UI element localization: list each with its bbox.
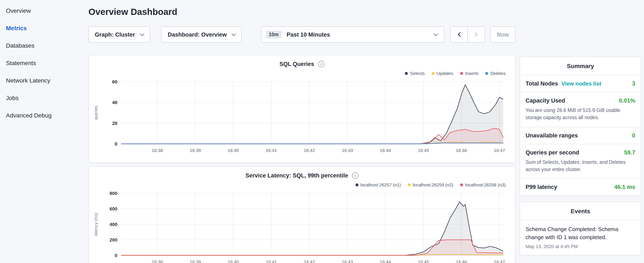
sidebar-item-statements[interactable]: Statements	[0, 55, 88, 72]
legend-label: localhost:26259 (n2)	[413, 182, 453, 187]
chevron-right-icon	[473, 32, 478, 37]
svg-text:16:39: 16:39	[190, 148, 201, 153]
summary-description: Sum of Selects, Updates, Inserts, and De…	[526, 158, 635, 173]
chart-title: Service Latency: SQL, 99th percentile	[245, 172, 348, 179]
dashboard-dropdown[interactable]: Dashboard: Overview	[161, 26, 242, 43]
svg-text:16:38: 16:38	[152, 259, 163, 263]
svg-text:200: 200	[110, 237, 117, 242]
svg-text:16:44: 16:44	[380, 259, 391, 263]
summary-label: Unavailable ranges	[526, 132, 578, 139]
summary-row-p99-latency: P99 latency 46.1 ms	[520, 179, 641, 195]
sidebar-item-databases[interactable]: Databases	[0, 37, 88, 55]
time-back-button[interactable]	[450, 26, 468, 43]
legend-dot-icon	[405, 72, 408, 75]
svg-text:16:43: 16:43	[342, 259, 353, 263]
summary-value: 0.01%	[619, 97, 635, 104]
sidebar-item-metrics[interactable]: Metrics	[0, 20, 88, 37]
legend-item: Selects	[405, 71, 425, 76]
sidebar-item-advanced-debug[interactable]: Advanced Debug	[0, 107, 88, 124]
legend-label: Updates	[437, 71, 453, 76]
svg-text:16:42: 16:42	[304, 148, 315, 153]
chart-title: SQL Queries	[279, 61, 314, 67]
events-panel: Events Schema Change Completed: Schema c…	[520, 202, 641, 255]
svg-text:16:45: 16:45	[418, 259, 429, 263]
legend-dot-icon	[432, 72, 434, 75]
legend-item: Deletes	[486, 71, 506, 76]
time-range-label: Past 10 Minutes	[286, 31, 330, 38]
summary-value: 0	[632, 132, 635, 139]
time-range-dropdown[interactable]: 10m Past 10 Minutes	[261, 26, 444, 43]
legend-label: localhost:26258 (n3)	[465, 182, 506, 187]
svg-text:16:46: 16:46	[456, 259, 467, 263]
summary-value: 59.7	[624, 149, 635, 156]
view-nodes-list-link[interactable]: View nodes list	[562, 80, 601, 87]
graph-dropdown[interactable]: Graph: Cluster	[88, 26, 150, 43]
toolbar: Graph: Cluster Dashboard: Overview 10m P…	[88, 26, 515, 43]
summary-label: Queries per second	[526, 149, 579, 156]
sidebar-item-jobs[interactable]: Jobs	[0, 89, 88, 107]
legend-item: Updates	[432, 71, 453, 76]
svg-text:16:45: 16:45	[418, 148, 429, 153]
svg-text:20: 20	[112, 121, 117, 126]
legend-item: Inserts	[460, 71, 478, 76]
chart-legend: SelectsUpdatesInsertsDeletes	[92, 67, 512, 77]
summary-label: Total Nodes	[526, 80, 558, 87]
app: Overview Metrics Databases Statements Ne…	[0, 0, 644, 263]
summary-row-total-nodes: Total Nodes View nodes list 3	[520, 75, 641, 92]
svg-text:16:39: 16:39	[190, 259, 201, 263]
summary-row-capacity-used: Capacity Used 0.01% You are using 28.6 M…	[520, 92, 641, 127]
time-range-badge: 10m	[266, 31, 282, 38]
event-item: Schema Change Completed: Schema change w…	[520, 220, 641, 255]
svg-text:16:44: 16:44	[380, 148, 391, 153]
svg-text:16:41: 16:41	[266, 148, 277, 153]
summary-description: You are using 28.6 MiB of 515.9 GiB usab…	[526, 107, 635, 122]
svg-text:latency (ms): latency (ms)	[94, 213, 98, 236]
legend-label: Inserts	[465, 71, 478, 76]
chart-legend: localhost:26257 (n1)localhost:26259 (n2)…	[92, 179, 512, 188]
legend-dot-icon	[408, 183, 410, 186]
svg-text:16:38: 16:38	[152, 148, 163, 153]
svg-text:400: 400	[110, 222, 117, 227]
right-sidebar: Summary Total Nodes View nodes list 3 Ca…	[520, 57, 641, 255]
event-text: Schema Change Completed: Schema change w…	[526, 225, 635, 241]
legend-label: Deletes	[490, 71, 506, 76]
svg-text:0: 0	[115, 141, 117, 147]
svg-text:16:46: 16:46	[456, 148, 467, 153]
chevron-down-icon	[232, 32, 236, 36]
events-title: Events	[520, 202, 641, 220]
time-forward-button[interactable]	[468, 26, 485, 43]
info-icon[interactable]: i	[352, 172, 358, 179]
legend-dot-icon	[355, 183, 358, 186]
svg-text:40: 40	[112, 100, 117, 105]
svg-text:60: 60	[112, 79, 117, 85]
sidebar-item-overview[interactable]: Overview	[0, 2, 88, 20]
summary-label: Capacity Used	[526, 97, 565, 104]
now-button[interactable]: Now	[490, 26, 515, 43]
legend-dot-icon	[460, 72, 463, 75]
summary-panel: Summary Total Nodes View nodes list 3 Ca…	[520, 57, 641, 196]
sidebar-item-network-latency[interactable]: Network Latency	[0, 72, 88, 89]
legend-label: Selects	[410, 71, 425, 76]
summary-label: P99 latency	[526, 184, 557, 190]
legend-item: localhost:26258 (n3)	[460, 182, 506, 187]
legend-dot-icon	[460, 183, 463, 186]
service-latency-chart-card: Service Latency: SQL, 99th percentile i …	[88, 166, 515, 263]
summary-row-unavailable-ranges: Unavailable ranges 0	[520, 127, 641, 144]
chevron-down-icon	[140, 32, 144, 36]
svg-text:16:43: 16:43	[342, 148, 353, 153]
legend-dot-icon	[486, 72, 488, 75]
summary-row-queries-per-second: Queries per second 59.7 Sum of Selects, …	[520, 144, 641, 179]
svg-text:600: 600	[110, 206, 117, 211]
info-icon[interactable]: i	[318, 61, 324, 67]
svg-text:queries: queries	[94, 106, 98, 120]
event-timestamp: May 13, 2020 at 4:45 PM	[526, 244, 635, 249]
legend-item: localhost:26259 (n2)	[408, 182, 453, 187]
legend-label: localhost:26257 (n1)	[360, 182, 401, 187]
svg-text:16:47: 16:47	[494, 259, 505, 263]
sql-queries-chart[interactable]: 16:3816:3916:4016:4116:4216:4316:4416:45…	[92, 77, 511, 160]
svg-text:800: 800	[110, 191, 117, 196]
service-latency-chart[interactable]: 16:3816:3916:4016:4116:4216:4316:4416:45…	[92, 188, 511, 263]
legend-item: localhost:26257 (n1)	[355, 182, 401, 187]
svg-text:0: 0	[115, 253, 117, 258]
chevron-down-icon	[434, 32, 438, 36]
